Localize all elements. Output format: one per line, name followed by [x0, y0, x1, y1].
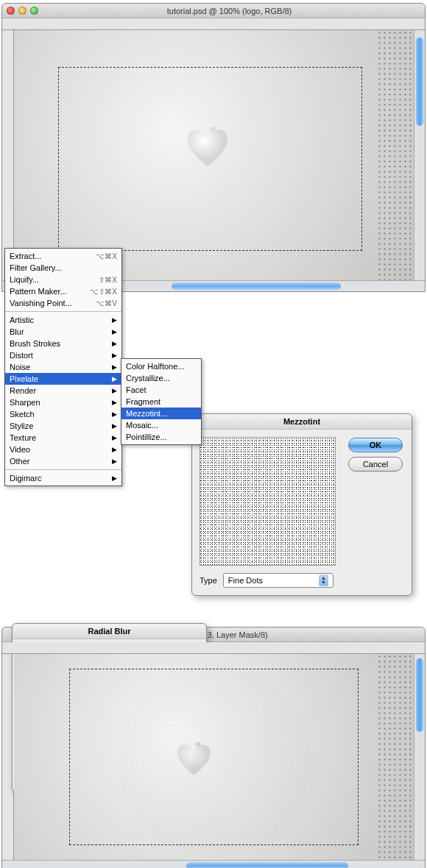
menu-item-blur[interactable]: Blur▶ — [5, 326, 121, 338]
ruler-vertical[interactable] — [2, 30, 14, 280]
heart-logo — [182, 125, 233, 169]
menu-item-other[interactable]: Other▶ — [5, 455, 121, 467]
photoshop-canvas-window-2: 100% (Layer 3, Layer Mask/8) 100% 1 pixe… — [1, 627, 426, 868]
menu-item-extract[interactable]: Extract...⌥⌘X — [5, 250, 121, 262]
menu-item-artistic[interactable]: Artistic▶ — [5, 314, 121, 326]
menu-item-crystallize[interactable]: Crystallize... — [121, 372, 201, 384]
filter-context-menu[interactable]: Extract...⌥⌘X Filter Gallery... Liquify.… — [4, 248, 122, 486]
scroll-thumb[interactable] — [172, 282, 341, 290]
menu-item-pixelate[interactable]: Pixelate▶ — [5, 373, 121, 385]
ruler-horizontal[interactable] — [2, 642, 425, 654]
minimize-window-icon[interactable] — [18, 7, 27, 15]
menu-item-liquify[interactable]: Liquify...⇧⌘X — [5, 274, 121, 285]
menu-separator — [5, 469, 121, 470]
type-value: Fine Dots — [228, 576, 263, 585]
menu-item-video[interactable]: Video▶ — [5, 444, 121, 455]
scroll-thumb[interactable] — [186, 862, 348, 868]
scrollbar-vertical[interactable] — [414, 30, 425, 280]
scroll-thumb[interactable] — [416, 658, 423, 732]
window-title: tutorial.psd @ 100% (logo, RGB/8) — [38, 7, 420, 15]
select-arrows-icon: ▲▼ — [319, 574, 328, 586]
menu-item-brush-strokes[interactable]: Brush Strokes▶ — [5, 338, 121, 349]
menu-item-fragment[interactable]: Fragment — [121, 396, 201, 408]
close-window-icon[interactable] — [7, 7, 15, 15]
menu-item-stylize[interactable]: Stylize▶ — [5, 420, 121, 432]
scrollbar-horizontal[interactable] — [2, 860, 425, 868]
menu-item-mosaic[interactable]: Mosaic... — [121, 419, 201, 431]
scrollbar-vertical[interactable] — [414, 654, 425, 860]
dots-pattern — [377, 30, 414, 280]
zoom-window-icon[interactable] — [30, 7, 38, 15]
ok-button[interactable]: OK — [348, 438, 403, 452]
cancel-button[interactable]: Cancel — [348, 457, 403, 472]
menu-item-mezzotint[interactable]: Mezzotint... — [121, 408, 201, 419]
menu-item-render[interactable]: Render▶ — [5, 385, 121, 396]
menu-item-sharpen[interactable]: Sharpen▶ — [5, 396, 121, 408]
mezzotint-preview — [200, 437, 336, 566]
ruler-horizontal[interactable] — [2, 18, 425, 30]
menu-item-digimarc[interactable]: Digimarc▶ — [5, 472, 121, 484]
mezzotint-dialog: Mezzotint OK Cancel Type Fine Dots ▲▼ — [191, 413, 412, 596]
scroll-thumb[interactable] — [416, 38, 423, 126]
menu-item-texture[interactable]: Texture▶ — [5, 432, 121, 444]
type-select[interactable]: Fine Dots ▲▼ — [223, 573, 334, 588]
menu-item-vanishing-point[interactable]: Vanishing Point...⌥⌘V — [5, 297, 121, 309]
menu-item-sketch[interactable]: Sketch▶ — [5, 408, 121, 420]
menu-separator — [5, 311, 121, 312]
menu-item-noise[interactable]: Noise▶ — [5, 361, 121, 373]
pixelate-submenu[interactable]: Color Halftone... Crystallize... Facet F… — [121, 358, 202, 445]
menu-item-pointillize[interactable]: Pointillize... — [121, 431, 201, 443]
menu-item-facet[interactable]: Facet — [121, 384, 201, 396]
dialog-title: Mezzotint — [192, 414, 412, 430]
type-label: Type — [200, 576, 217, 585]
menu-item-color-halftone[interactable]: Color Halftone... — [121, 360, 201, 372]
canvas-area[interactable] — [14, 30, 414, 280]
window-titlebar[interactable]: tutorial.psd @ 100% (logo, RGB/8) — [2, 4, 425, 18]
canvas-area[interactable] — [14, 654, 414, 860]
dialog-title: Radial Blur — [13, 624, 206, 639]
heart-logo — [174, 741, 214, 778]
dots-pattern — [377, 654, 414, 860]
menu-item-pattern-maker[interactable]: Pattern Maker...⌥⇧⌘X — [5, 285, 121, 297]
menu-item-filter-gallery[interactable]: Filter Gallery... — [5, 262, 121, 274]
menu-item-distort[interactable]: Distort▶ — [5, 349, 121, 361]
